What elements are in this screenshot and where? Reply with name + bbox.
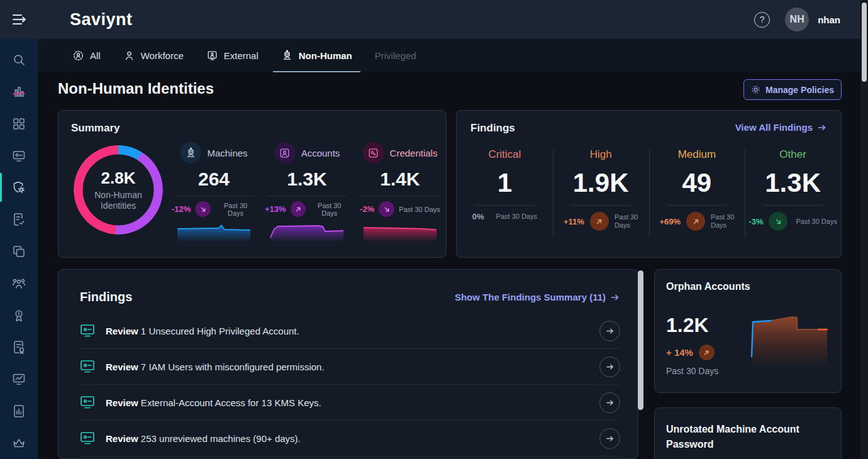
accounts-sparkline <box>270 223 344 243</box>
content-scrollbar-thumb[interactable] <box>638 270 643 410</box>
robot-icon <box>185 147 197 159</box>
identities-donut-chart[interactable]: 2.8K Non-Human Identities <box>74 145 163 235</box>
doc-check-icon <box>11 212 26 227</box>
identity-tabbar: All Workforce External Non-Human Privile… <box>38 39 860 72</box>
sidebar-item-privileged[interactable] <box>0 427 38 459</box>
change-percent: + 14% <box>666 347 693 358</box>
finding-row[interactable]: Review 1 Unsecured High Privileged Accou… <box>80 313 620 349</box>
report-doc-icon <box>11 404 26 419</box>
crowd-icon <box>11 276 26 291</box>
tab-external[interactable]: External <box>206 39 259 72</box>
change-percent: -2% <box>360 204 374 214</box>
sidebar-item-requests[interactable] <box>0 331 38 363</box>
sidebar-toggle-icon[interactable] <box>11 11 30 28</box>
tab-all[interactable]: All <box>72 39 101 72</box>
finding-row[interactable]: Review 253 unreviewed machines (90+ days… <box>80 421 620 456</box>
award-icon <box>11 308 26 323</box>
orphan-accounts-chart[interactable] <box>748 307 831 370</box>
finding-row[interactable]: Review 7 IAM Users with misconfigured pe… <box>80 349 620 385</box>
sidebar-item-copy[interactable] <box>0 236 38 268</box>
severity-high: High 1.9K +11% Past 30 Days <box>553 147 649 231</box>
sidebar-item-policies[interactable] <box>0 204 38 236</box>
open-finding-button[interactable] <box>599 428 620 449</box>
arrow-right-icon <box>605 326 615 336</box>
summary-card: Summary 2.8K Non-Human Identities Machin… <box>58 110 447 258</box>
arrow-right-icon <box>605 398 615 407</box>
account-badge-icon <box>279 147 291 159</box>
sidebar-item-monitor-trend[interactable] <box>0 363 38 395</box>
monitor-trend-icon <box>11 372 26 387</box>
sidebar-item-badge[interactable] <box>0 299 38 331</box>
manage-policies-button[interactable]: Manage Policies <box>743 79 842 100</box>
window-scrollbar[interactable] <box>860 0 868 459</box>
credential-monitor-icon <box>11 148 26 163</box>
severity-critical: Critical 1 0% Past 30 Days <box>457 147 553 231</box>
window-scrollbar-thumb[interactable] <box>862 3 867 82</box>
finding-row[interactable]: Review External-Account Access for 13 KM… <box>80 385 620 421</box>
metric-accounts: Accounts 1.3K +13% Past 30 Days <box>265 142 349 243</box>
sidebar-item-workforce-crowd[interactable] <box>0 267 38 299</box>
sidebar <box>0 39 38 459</box>
severity-other: Other 1.3K -3% Past 30 Days <box>745 147 841 231</box>
summary-title: Summary <box>71 122 433 135</box>
trend-down-icon <box>195 201 211 217</box>
unrotated-password-card: Unrotated Machine Account Password <box>654 407 842 459</box>
metric-label: Credentials <box>390 148 438 158</box>
trend-up-icon <box>590 212 609 231</box>
findings-summary-card: Findings View All Findings Critical 1 0%… <box>456 110 842 258</box>
avatar[interactable]: NH <box>785 8 809 31</box>
change-period: Past 30 Days <box>399 206 440 213</box>
orphan-accounts-card: Orphan Accounts 1.2K + 14% Past 30 Days <box>654 269 842 393</box>
topbar: Saviynt ? NH nhan <box>0 0 860 39</box>
arrow-right-icon <box>610 292 620 302</box>
findings-list-title: Findings <box>80 290 132 304</box>
metric-value: 1.3K <box>265 169 349 190</box>
sidebar-item-reports[interactable] <box>0 395 38 427</box>
metric-machines: Machines 264 -12% Past 30 Days <box>172 142 256 243</box>
tab-privileged[interactable]: Privileged <box>375 39 416 72</box>
sidebar-item-identity-security[interactable] <box>0 172 38 204</box>
orphan-accounts-title: Orphan Accounts <box>666 281 830 292</box>
donut-label: Non-Human Identities <box>94 190 142 211</box>
findings-title: Findings <box>470 122 515 135</box>
trend-up-icon <box>291 201 306 217</box>
metric-value: 1.4K <box>358 169 442 190</box>
external-identity-icon <box>206 50 218 62</box>
arrow-right-icon <box>605 434 615 443</box>
help-icon[interactable]: ? <box>754 12 770 28</box>
sidebar-item-credentials[interactable] <box>0 140 38 172</box>
sidebar-item-apps[interactable] <box>0 108 38 140</box>
open-finding-button[interactable] <box>599 321 620 341</box>
trend-down-icon <box>379 201 394 217</box>
all-identities-icon <box>72 50 84 62</box>
crown-icon <box>11 436 26 451</box>
workforce-icon <box>123 50 135 62</box>
apps-grid-icon <box>11 116 26 131</box>
sidebar-item-search[interactable] <box>0 44 38 76</box>
robot-icon <box>281 50 293 62</box>
analytics-icon <box>11 84 26 99</box>
metric-credentials: Credentials 1.4K -2% Past 30 Days <box>358 142 442 243</box>
shield-gear-icon <box>11 180 26 195</box>
donut-total: 2.8K <box>101 169 136 188</box>
machine-credential-icon <box>80 431 96 446</box>
username[interactable]: nhan <box>818 14 840 25</box>
saviynt-logo: Saviynt <box>70 10 133 30</box>
machine-credential-icon <box>80 395 96 410</box>
trend-up-icon <box>699 345 715 360</box>
machines-sparkline <box>177 223 251 243</box>
sidebar-item-analytics[interactable] <box>0 76 38 108</box>
metric-value: 264 <box>172 169 256 190</box>
change-period: Past 30 Days <box>310 202 350 217</box>
view-all-findings-link[interactable]: View All Findings <box>735 122 827 133</box>
show-findings-summary-link[interactable]: Show The Findings Summary (11) <box>455 292 620 302</box>
open-finding-button[interactable] <box>599 357 620 377</box>
credentials-sparkline <box>363 223 437 243</box>
arrow-right-icon <box>817 123 827 133</box>
tab-workforce[interactable]: Workforce <box>123 39 184 72</box>
severity-medium: Medium 49 +69% Past 30 Days <box>649 147 745 231</box>
change-percent: -12% <box>172 204 191 214</box>
open-finding-button[interactable] <box>599 392 620 413</box>
change-period: Past 30 Days <box>215 202 256 217</box>
tab-non-human[interactable]: Non-Human <box>281 39 352 72</box>
